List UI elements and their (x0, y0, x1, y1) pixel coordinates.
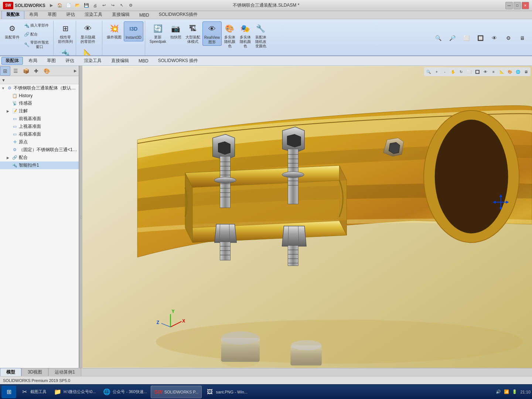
tree-main-part[interactable]: ⚙ （固定）不锈钢联合三通<1>（默认... (0, 146, 79, 154)
taskbar-screenshot[interactable]: ✂ 截图工具 (17, 386, 50, 398)
redo-btn[interactable]: ↪ (109, 1, 117, 10)
tab-assembly[interactable]: 装配体 (1, 10, 24, 19)
zoom-fit-btn[interactable]: 🔍 (425, 68, 432, 75)
st-direct[interactable]: 直接编辑 (107, 57, 133, 65)
tab-render[interactable]: 渲染工具 (80, 10, 107, 19)
insert-parts-btn[interactable]: 🔩 插入零部件 (22, 21, 52, 30)
tab-model[interactable]: 模型 (0, 368, 21, 376)
draft-btn[interactable]: 📐 (498, 68, 505, 75)
display-btn[interactable]: 🖥 (522, 68, 530, 75)
assemble-parts-btn[interactable]: ⚙ 装配零件 (3, 21, 21, 41)
minimize-btn[interactable]: — (505, 2, 513, 9)
realview-btn[interactable]: 👁 RealView图形 (202, 21, 222, 46)
root-icon: ⚙ (7, 85, 13, 91)
st-mbd[interactable]: MBD (134, 58, 153, 64)
new-btn[interactable]: 📄 (65, 1, 73, 10)
smart-fastener-btn[interactable]: 🔩 智能扣件 (57, 46, 74, 56)
panel-tab-appearance[interactable]: 🎨 (41, 66, 52, 76)
assembly-color-btn[interactable]: 🔧 装配体随机改变颜色 (253, 21, 268, 50)
show-hide-btn[interactable]: 👁 显示隐藏的零部件 (79, 21, 97, 45)
tree-history[interactable]: 📋 History (0, 92, 79, 99)
tab-evaluate[interactable]: 评估 (61, 10, 80, 19)
save-btn[interactable]: 💾 (82, 1, 91, 10)
tree-top-plane[interactable]: ▭ 上视基准面 (0, 123, 79, 130)
scene-btn[interactable]: 🌐 (514, 68, 522, 75)
preview-btn[interactable]: 🔧 零部件预览窗口 (22, 39, 52, 50)
zoom-in-btn[interactable]: + (433, 68, 440, 75)
panel-tab-tree[interactable]: ⊞ (0, 66, 10, 76)
view-tool-7[interactable]: 🖥 (516, 34, 529, 42)
view-tool-6[interactable]: ⚙ (502, 34, 515, 42)
tab-sw-plugins[interactable]: SOLIDWORKS插件 (154, 10, 202, 19)
large-assembly-btn[interactable]: 🏗 大型装配体模式 (184, 21, 202, 45)
instant3d-btn[interactable]: I3D Instant3D (124, 21, 143, 41)
zoom-out-btn[interactable]: - (441, 68, 449, 75)
undo-btn[interactable]: ↩ (100, 1, 108, 10)
maximize-btn[interactable]: □ (514, 2, 521, 9)
taskbar-solidworks[interactable]: SW SOLIDWORKS P... (151, 386, 202, 398)
right-label: 右视基准面 (19, 131, 41, 137)
viewport[interactable]: X Y Z 🔍 + - (82, 66, 532, 368)
tree-origin[interactable]: ✛ 原点 (0, 138, 79, 146)
close-btn[interactable]: ✕ (522, 2, 529, 9)
ref-geom-btn[interactable]: 📐 参考几何特征 (79, 46, 97, 56)
taskbar-image[interactable]: 🖼 sant.PNG - Win... (202, 386, 250, 398)
tree-annotations[interactable]: ▶ 📝 注解 (0, 107, 79, 115)
linear-pattern-btn[interactable]: ⊞ 线性零部件阵列 (57, 21, 74, 45)
pointer-btn[interactable]: ↖ (118, 1, 126, 10)
pan-btn[interactable]: ✋ (449, 68, 457, 75)
rotate-btn[interactable]: ↻ (457, 68, 465, 75)
st-sketch[interactable]: 草图 (43, 57, 60, 65)
st-render[interactable]: 渲染工具 (80, 57, 106, 65)
multi-color-btn[interactable]: 🎨 多实体随机颜色 (222, 21, 237, 50)
panel-resize-handle[interactable] (79, 66, 82, 368)
tab-3dview[interactable]: 3D视图 (21, 368, 48, 376)
appearance-btn[interactable]: 🎨 (506, 68, 514, 75)
update-speedpak-btn[interactable]: 🔄 更新Speedpak (148, 21, 168, 45)
tab-direct-edit[interactable]: 直接编辑 (107, 10, 134, 19)
taskbar-browser[interactable]: 🌐 公众号 - 360快速... (99, 386, 150, 398)
tab-sketch[interactable]: 草图 (43, 10, 61, 19)
tab-motion[interactable]: 运动算例1 (48, 368, 81, 376)
options-btn[interactable]: ⚙ (127, 1, 135, 10)
view-tool-3[interactable]: ⬜ (460, 34, 473, 42)
hidden-btn[interactable]: 👁 (482, 68, 489, 75)
panel-tab-config[interactable]: 📦 (21, 66, 31, 76)
st-plugins[interactable]: SOLIDWORKS 插件 (154, 57, 202, 65)
st-assembly[interactable]: 装配体 (1, 57, 23, 65)
tree-root-item[interactable]: ▼ ⚙ 不锈钢联合三通装配体（默认<默认_显示状态-1>） (0, 84, 79, 92)
tree-right-plane[interactable]: ▭ 右视基准面 (0, 130, 79, 138)
tab-mbd[interactable]: MBD (134, 11, 154, 19)
panel-tab-props[interactable]: ☰ (10, 66, 21, 76)
multi-color2-btn[interactable]: 🎭 多实体随机颜色 (238, 21, 253, 50)
st-layout[interactable]: 布局 (24, 57, 41, 65)
taskbar-explorer[interactable]: 📁 H:\微信公众号\0... (50, 386, 99, 398)
home-btn[interactable]: 🏠 (56, 1, 64, 10)
print-btn[interactable]: 🖨 (91, 1, 99, 10)
view-orient-btn[interactable]: ⬜ (466, 68, 473, 75)
zebra-btn[interactable]: ≡ (490, 68, 497, 75)
view-tool-4[interactable]: 🔲 (474, 34, 487, 42)
start-button[interactable]: ⊞ (1, 386, 16, 398)
tree-sensors[interactable]: 📡 传感器 (0, 99, 79, 107)
tree-smart-fastener[interactable]: 🔩 智能扣件1 (0, 161, 79, 169)
snapshot-btn[interactable]: 📷 拍快照 (168, 21, 183, 41)
left-panel: ⊞ ☰ 📦 ✚ 🎨 ▶ ▼ ▼ ⚙ 不锈钢联合三通装配体（默认<默认_显示状态-… (0, 66, 79, 368)
view-tool-2[interactable]: 🔎 (446, 34, 459, 42)
open-btn[interactable]: 📂 (74, 1, 82, 10)
mate-btn[interactable]: 🔗 配合 (22, 30, 52, 38)
panel-chevron[interactable]: ▶ (72, 66, 79, 76)
view-tool-5[interactable]: 👁 (488, 34, 501, 42)
explode-btn[interactable]: 💥 爆炸视图 (105, 21, 123, 41)
network-icon[interactable]: 📶 (504, 389, 509, 394)
tree-front-plane[interactable]: ▭ 前视基准面 (0, 115, 79, 123)
panel-tab-display[interactable]: ✚ (31, 66, 41, 76)
volume-icon[interactable]: 🔊 (496, 389, 501, 394)
st-evaluate[interactable]: 评估 (61, 57, 78, 65)
view-tool-1[interactable]: 🔍 (432, 34, 445, 42)
battery-icon[interactable]: 🔋 (512, 389, 517, 394)
tab-layout[interactable]: 布局 (24, 10, 43, 19)
tree-mates[interactable]: ▶ 🔗 配合 (0, 154, 79, 161)
top-label: 上视基准面 (19, 123, 41, 130)
shading-btn[interactable]: 🔲 (474, 68, 481, 75)
